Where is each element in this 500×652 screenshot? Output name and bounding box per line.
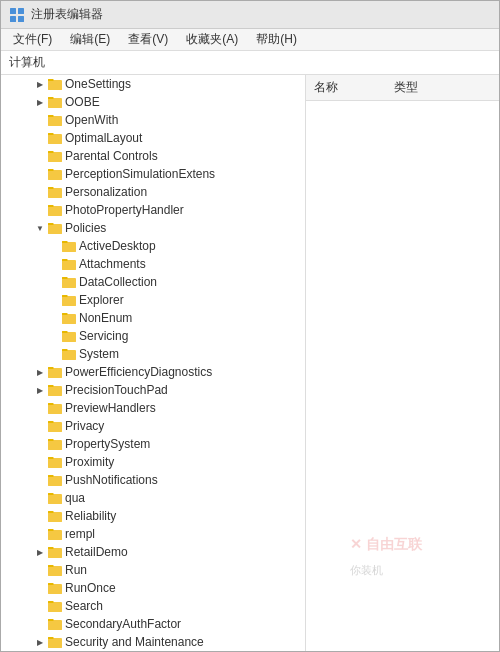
tree-item[interactable]: System <box>1 345 305 363</box>
tree-expander[interactable] <box>33 437 47 451</box>
tree-item[interactable]: Proximity <box>1 453 305 471</box>
tree-item[interactable]: PushNotifications <box>1 471 305 489</box>
tree-item[interactable]: ▼ Policies <box>1 219 305 237</box>
tree-item[interactable]: OptimalLayout <box>1 129 305 147</box>
tree-item-label: PushNotifications <box>65 473 158 487</box>
menu-favorites[interactable]: 收藏夹(A) <box>178 29 246 50</box>
tree-item-label: DataCollection <box>79 275 157 289</box>
tree-expander[interactable] <box>33 473 47 487</box>
tree-item[interactable]: Search <box>1 597 305 615</box>
tree-item[interactable]: Attachments <box>1 255 305 273</box>
tree-expander[interactable] <box>47 329 61 343</box>
tree-expander[interactable] <box>33 149 47 163</box>
tree-item[interactable]: SecondaryAuthFactor <box>1 615 305 633</box>
tree-item-label: Proximity <box>65 455 114 469</box>
tree-expander[interactable]: ▶ <box>33 383 47 397</box>
folder-icon <box>47 526 63 542</box>
tree-item[interactable]: ▶ RetailDemo <box>1 543 305 561</box>
tree-item[interactable]: ▶ OneSettings <box>1 75 305 93</box>
tree-item[interactable]: Privacy <box>1 417 305 435</box>
tree-expander[interactable] <box>33 527 47 541</box>
folder-icon <box>47 472 63 488</box>
svg-rect-15 <box>48 97 54 99</box>
menu-view[interactable]: 查看(V) <box>120 29 176 50</box>
window-title: 注册表编辑器 <box>31 6 103 23</box>
tree-item[interactable]: ▶ PowerEfficiencyDiagnostics <box>1 363 305 381</box>
tree-item[interactable]: rempl <box>1 525 305 543</box>
svg-rect-9 <box>48 79 54 81</box>
tree-expander[interactable] <box>47 311 61 325</box>
svg-rect-163 <box>48 549 62 558</box>
tree-expander[interactable] <box>47 257 61 271</box>
tree-expander[interactable]: ▶ <box>33 545 47 559</box>
menu-file[interactable]: 文件(F) <box>5 29 60 50</box>
tree-expander[interactable] <box>33 617 47 631</box>
tree-expander[interactable] <box>33 131 47 145</box>
tree-item[interactable]: NonEnum <box>1 309 305 327</box>
tree-item[interactable]: DataCollection <box>1 273 305 291</box>
menu-edit[interactable]: 编辑(E) <box>62 29 118 50</box>
tree-expander[interactable]: ▶ <box>33 635 47 649</box>
tree-item-label: OptimalLayout <box>65 131 142 145</box>
tree-item[interactable]: Servicing <box>1 327 305 345</box>
tree-item-label: Run <box>65 563 87 577</box>
app-icon <box>9 7 25 23</box>
tree-item[interactable]: PropertySystem <box>1 435 305 453</box>
tree-expander[interactable] <box>33 455 47 469</box>
tree-expander[interactable] <box>33 599 47 613</box>
tree-item[interactable]: ▶ PrecisionTouchPad <box>1 381 305 399</box>
tree-expander[interactable] <box>33 419 47 433</box>
tree-expander[interactable]: ▶ <box>33 365 47 379</box>
tree-item[interactable]: PhotoPropertyHandler <box>1 201 305 219</box>
tree-item[interactable]: RunOnce <box>1 579 305 597</box>
tree-item[interactable]: ▶ Security and Maintenance <box>1 633 305 651</box>
svg-rect-121 <box>48 423 62 432</box>
tree-expander[interactable] <box>47 293 61 307</box>
menu-help[interactable]: 帮助(H) <box>248 29 305 50</box>
tree-item-label: OpenWith <box>65 113 118 127</box>
folder-icon <box>47 436 63 452</box>
svg-rect-141 <box>48 475 54 477</box>
tree-expander[interactable] <box>47 347 61 361</box>
svg-rect-123 <box>48 421 54 423</box>
tree-item-label: PhotoPropertyHandler <box>65 203 184 217</box>
tree-expander[interactable] <box>33 563 47 577</box>
tree-item[interactable]: Parental Controls <box>1 147 305 165</box>
tree-panel[interactable]: ▶ OneSettings▶ OOBE OpenWith OptimalLayo… <box>1 75 306 651</box>
tree-item[interactable]: Reliability <box>1 507 305 525</box>
tree-item-label: OneSettings <box>65 77 131 91</box>
tree-expander[interactable]: ▼ <box>33 221 47 235</box>
tree-item[interactable]: PreviewHandlers <box>1 399 305 417</box>
tree-expander[interactable] <box>33 509 47 523</box>
tree-item[interactable]: ActiveDesktop <box>1 237 305 255</box>
tree-item-label: Parental Controls <box>65 149 158 163</box>
tree-item[interactable]: Personalization <box>1 183 305 201</box>
tree-item[interactable]: qua <box>1 489 305 507</box>
tree-expander[interactable]: ▶ <box>33 95 47 109</box>
tree-expander[interactable] <box>33 581 47 595</box>
svg-rect-63 <box>62 241 68 243</box>
svg-rect-79 <box>62 297 76 306</box>
tree-expander[interactable] <box>33 167 47 181</box>
tree-item[interactable]: ▶ OOBE <box>1 93 305 111</box>
tree-item[interactable]: Run <box>1 561 305 579</box>
tree-expander[interactable] <box>33 113 47 127</box>
svg-rect-37 <box>48 171 62 180</box>
svg-rect-181 <box>48 603 62 612</box>
tree-item-label: Explorer <box>79 293 124 307</box>
tree-item[interactable]: PerceptionSimulationExtens <box>1 165 305 183</box>
tree-item-label: Personalization <box>65 185 147 199</box>
tree-expander[interactable] <box>47 239 61 253</box>
tree-item[interactable]: Explorer <box>1 291 305 309</box>
tree-expander[interactable] <box>33 401 47 415</box>
tree-expander[interactable] <box>47 275 61 289</box>
folder-icon <box>47 76 63 92</box>
tree-expander[interactable] <box>33 185 47 199</box>
tree-expander[interactable] <box>33 203 47 217</box>
tree-item[interactable]: OpenWith <box>1 111 305 129</box>
tree-expander[interactable]: ▶ <box>33 77 47 91</box>
tree-expander[interactable] <box>33 491 47 505</box>
svg-rect-67 <box>62 261 76 270</box>
svg-rect-55 <box>48 225 62 234</box>
tree-item-label: NonEnum <box>79 311 132 325</box>
